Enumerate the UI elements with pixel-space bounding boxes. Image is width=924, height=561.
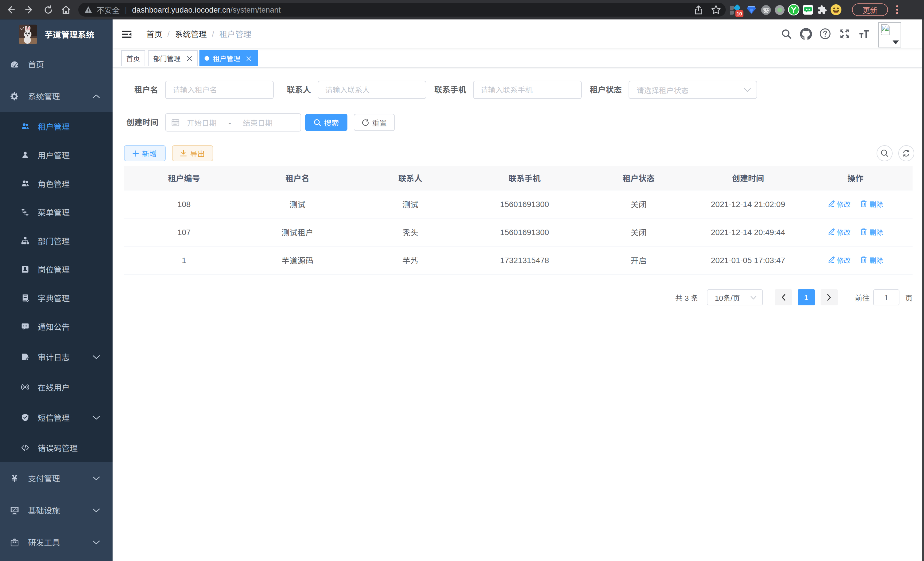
logo-rabbit-image [19, 25, 37, 44]
active-tab-dot [204, 56, 209, 61]
address-bar[interactable]: 不安全 | dashboard.yudao.iocoder.cn/system/… [78, 3, 726, 17]
sidebar-logo[interactable]: 芋道管理系统 [0, 20, 112, 48]
browser-home-button[interactable] [60, 4, 71, 15]
filter-label-tenant-name: 租户名 [112, 81, 158, 99]
select-chevron-down-icon [744, 88, 751, 92]
sidebar-item-dept[interactable]: 部门管理 [0, 226, 112, 255]
sidebar-item-notice[interactable]: 通知公告 [0, 312, 112, 341]
table-row: 107 测试租户 秃头 15601691300 关闭 2021-12-14 20… [124, 218, 913, 246]
edit-link[interactable]: 修改 [828, 255, 850, 265]
current-page-button[interactable]: 1 [798, 289, 815, 305]
tenant-name-input[interactable] [165, 81, 274, 99]
extension-gem-icon[interactable] [746, 4, 757, 15]
tab-tenant[interactable]: 租户管理 [199, 50, 257, 66]
log-icon [21, 353, 29, 361]
edit-link[interactable]: 修改 [828, 199, 850, 209]
extension-gray-dot-icon[interactable] [774, 4, 785, 15]
edit-link-label: 修改 [837, 199, 850, 209]
browser-reload-button[interactable] [42, 4, 54, 15]
sidebar-item-error-code[interactable]: 错误码管理 [0, 433, 112, 462]
extensions-puzzle-icon[interactable] [816, 4, 827, 15]
app-title: 芋道管理系统 [45, 20, 94, 48]
tab-home[interactable]: 首页 [121, 50, 145, 66]
sidebar-item-home[interactable]: 首页 [0, 48, 112, 80]
avatar-caret-icon[interactable] [892, 40, 899, 45]
reset-button[interactable]: 重置 [354, 114, 395, 131]
mobile-input-field[interactable] [474, 86, 581, 94]
next-page-button[interactable] [820, 289, 838, 305]
sidebar-item-post[interactable]: 岗位管理 [0, 255, 112, 284]
sidebar: 芋道管理系统 首页 系统管理 租户管理 用户管理 [0, 20, 112, 561]
col-header-actions: 操作 [798, 166, 913, 190]
delete-link[interactable]: 删除 [861, 199, 883, 209]
toggle-search-button[interactable] [876, 145, 892, 161]
scrollbar[interactable] [922, 20, 924, 561]
contact-input[interactable] [318, 81, 426, 99]
github-icon[interactable] [796, 20, 815, 48]
delete-link[interactable]: 删除 [861, 227, 883, 237]
delete-link[interactable]: 删除 [861, 255, 883, 265]
goto-unit: 页 [905, 292, 913, 303]
extension-tampermonkey-icon[interactable]: 10 [729, 4, 740, 15]
goto-page-input[interactable]: 1 [873, 289, 899, 305]
sidebar-item-label: 在线用户 [38, 381, 70, 393]
browser-menu-icon[interactable] [893, 4, 901, 15]
date-end-placeholder[interactable]: 结束日期 [236, 117, 280, 128]
breadcrumb-home[interactable]: 首页 [146, 28, 162, 39]
not-secure-warning-icon[interactable] [85, 6, 92, 13]
sidebar-item-sms[interactable]: 短信管理 [0, 402, 112, 433]
security-label[interactable]: 不安全 [97, 4, 120, 15]
hamburger-icon[interactable] [122, 30, 131, 39]
browser-forward-button[interactable] [23, 4, 35, 15]
message-icon [21, 323, 29, 331]
cell-contact: 秃头 [351, 218, 470, 246]
browser-back-button[interactable] [5, 4, 16, 15]
sidebar-item-menu[interactable]: 菜单管理 [0, 198, 112, 226]
share-icon[interactable] [694, 5, 704, 15]
tenant-name-input-field[interactable] [166, 86, 273, 94]
header-search-icon[interactable] [777, 20, 796, 48]
refresh-button[interactable] [898, 145, 914, 161]
sidebar-item-user[interactable]: 用户管理 [0, 141, 112, 169]
sidebar-item-role[interactable]: 角色管理 [0, 169, 112, 198]
tab-dept[interactable]: 部门管理 [148, 50, 198, 66]
sidebar-item-devtools[interactable]: 研发工具 [0, 526, 112, 558]
extension-command-icon[interactable] [760, 4, 771, 15]
browser-update-button[interactable]: 更新 [852, 3, 888, 16]
sidebar-item-dict[interactable]: 字典管理 [0, 284, 112, 312]
sidebar-item-infra[interactable]: 基础设施 [0, 494, 112, 526]
status-select[interactable]: 请选择租户状态 [628, 81, 757, 99]
fullscreen-icon[interactable] [835, 20, 854, 48]
extension-chat-icon[interactable] [802, 4, 814, 15]
url-host[interactable]: dashboard.yudao.iocoder.cn [132, 5, 230, 14]
sidebar-item-pay[interactable]: 支付管理 [0, 462, 112, 494]
prev-page-button[interactable] [775, 289, 792, 305]
cell-created: 2021-12-14 20:49:44 [698, 218, 798, 246]
money-icon [10, 474, 19, 482]
search-button[interactable]: 搜索 [305, 114, 347, 131]
sidebar-item-tenant[interactable]: 租户管理 [0, 112, 112, 141]
date-start-placeholder[interactable]: 开始日期 [179, 117, 224, 128]
cell-tenant-name: 芋道源码 [244, 246, 351, 274]
add-button[interactable]: 新增 [124, 145, 166, 161]
extension-emoji-icon[interactable] [830, 4, 842, 15]
search-button-label: 搜索 [324, 117, 339, 128]
sidebar-item-system[interactable]: 系统管理 [0, 80, 112, 112]
close-icon[interactable] [245, 55, 252, 62]
sidebar-item-online-user[interactable]: 在线用户 [0, 373, 112, 402]
extension-y-icon[interactable] [788, 4, 800, 15]
breadcrumb-system[interactable]: 系统管理 [175, 28, 207, 39]
url-path[interactable]: /system/tenant [231, 5, 281, 14]
contact-input-field[interactable] [318, 86, 426, 94]
help-icon[interactable] [815, 20, 835, 48]
date-range-input[interactable]: 开始日期 - 结束日期 [165, 113, 301, 132]
font-size-icon[interactable] [854, 20, 874, 48]
cell-status: 开启 [579, 246, 698, 274]
sidebar-item-audit-log[interactable]: 审计日志 [0, 341, 112, 373]
edit-link[interactable]: 修改 [828, 227, 850, 237]
page-size-select[interactable]: 10条/页 [707, 289, 763, 305]
close-icon[interactable] [186, 55, 193, 62]
mobile-input[interactable] [473, 81, 582, 99]
export-button[interactable]: 导出 [172, 145, 213, 161]
bookmark-star-icon[interactable] [711, 5, 721, 15]
